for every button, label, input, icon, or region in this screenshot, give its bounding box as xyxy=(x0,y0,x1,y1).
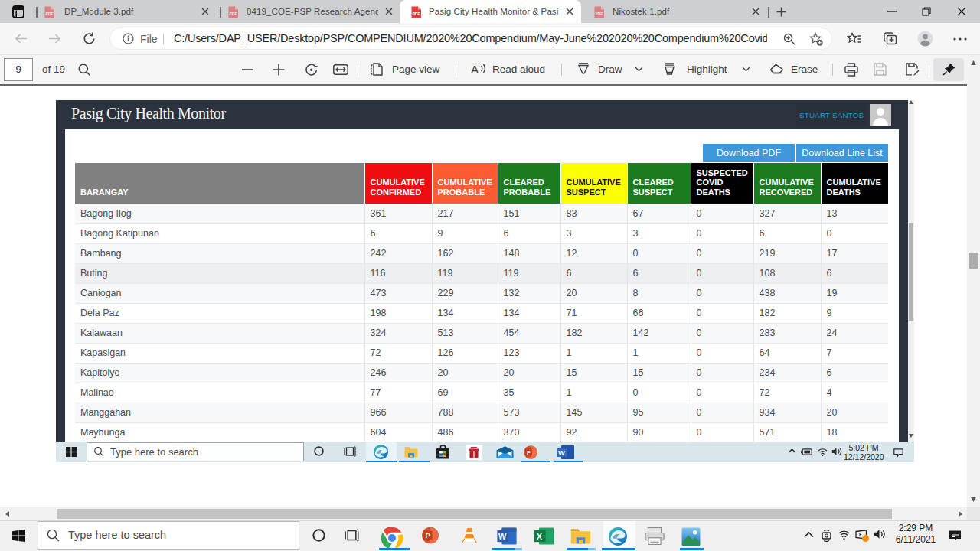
svg-text:P: P xyxy=(527,449,531,456)
svg-text:W: W xyxy=(498,532,507,541)
svg-text:PDF: PDF xyxy=(595,11,603,16)
svg-text:A: A xyxy=(471,63,479,76)
svg-text:PDF: PDF xyxy=(412,11,420,16)
svg-text:PDF: PDF xyxy=(45,11,53,16)
svg-text:W: W xyxy=(558,449,565,457)
svg-text:PDF: PDF xyxy=(229,11,237,16)
svg-text:X: X xyxy=(537,532,543,541)
svg-text:P: P xyxy=(425,531,430,540)
